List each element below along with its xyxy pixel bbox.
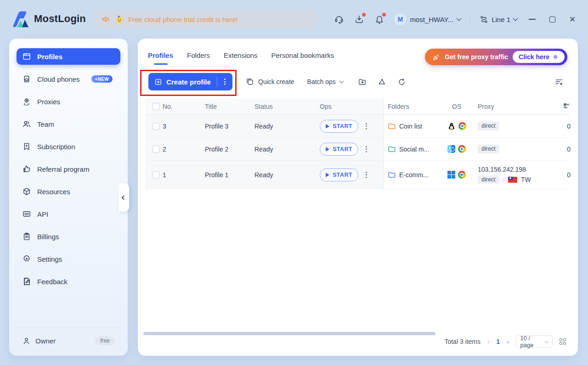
sidebar-item-settings[interactable]: Settings: [17, 251, 120, 267]
quick-create-label: Quick create: [258, 78, 294, 85]
start-profile-button[interactable]: START: [320, 168, 358, 181]
gear-icon: [22, 254, 31, 264]
sidebar-item-label: Profiles: [37, 53, 62, 61]
start-label: START: [333, 123, 352, 129]
plus-square-icon: [154, 78, 162, 86]
thumbs-up-icon: [22, 164, 31, 174]
sidebar-item-label: Proxies: [37, 98, 60, 106]
sidebar-item-label: API: [37, 210, 48, 218]
tab-profiles[interactable]: Profiles: [148, 51, 173, 61]
sidebar-item-label: Resources: [37, 188, 70, 196]
line-selector[interactable]: Line 1: [480, 15, 517, 24]
chevron-down-icon: [339, 79, 344, 83]
grid-view-button[interactable]: [560, 338, 566, 345]
api-code-icon: [22, 209, 31, 219]
promo-click-here-button[interactable]: Click here: [513, 51, 565, 63]
table-header-scroll: Folders OS Proxy: [384, 98, 571, 114]
cell-folder: Coin list: [399, 123, 422, 130]
minimize-button[interactable]: [526, 14, 537, 25]
owner-label: Owner: [35, 337, 56, 345]
row-checkbox[interactable]: [153, 146, 160, 153]
cell-status: Ready: [254, 146, 320, 153]
folder-icon: [388, 122, 396, 130]
column-settings-button[interactable]: [552, 102, 571, 111]
maximize-button[interactable]: [547, 14, 558, 25]
column-header-no: No.: [163, 103, 205, 110]
tab-extensions[interactable]: Extensions: [224, 51, 257, 61]
sidebar-item-label: Team: [37, 120, 54, 128]
announcement-banner[interactable]: Free cloud phone trial credit is here!: [94, 10, 318, 29]
sidebar-item-subscription[interactable]: Subscription: [17, 138, 120, 155]
play-icon: [326, 173, 329, 177]
cell-status: Ready: [254, 123, 320, 130]
new-badge: +NEW: [91, 75, 113, 83]
promo-cta-label: Click here: [519, 53, 549, 61]
header-divider: [470, 15, 470, 24]
proxy-type-tag: direct: [478, 122, 499, 130]
account-name: most_HWAY...: [410, 16, 453, 23]
move-to-folder-button[interactable]: [358, 77, 367, 86]
cell-status: Ready: [254, 171, 320, 179]
sidebar-item-feedback[interactable]: Feedback: [17, 273, 120, 290]
create-profile-label: Create profile: [166, 78, 211, 86]
account-menu[interactable]: M most_HWAY...: [394, 13, 461, 25]
profiles-toolbar: Quick create Batch ops: [246, 73, 407, 90]
recycle-bin-button[interactable]: [378, 77, 387, 86]
sidebar-item-api[interactable]: API: [17, 206, 120, 222]
chrome-icon: [458, 145, 466, 153]
table-row: 3 Profile 3 Ready START: [145, 115, 571, 138]
sidebar-item-billings[interactable]: Billings: [17, 228, 120, 245]
page-number[interactable]: 1: [496, 338, 500, 345]
start-profile-button[interactable]: START: [320, 143, 358, 156]
select-all-checkbox[interactable]: [153, 103, 160, 110]
support-headset-icon[interactable]: [334, 14, 345, 25]
create-profile-button[interactable]: Create profile: [148, 73, 232, 90]
horizontal-scrollbar[interactable]: [143, 332, 435, 335]
tab-folders[interactable]: Folders: [187, 51, 210, 61]
sidebar-item-label: Billings: [37, 233, 59, 241]
table-filter-button[interactable]: [554, 77, 564, 86]
cell-folder: Social m...: [399, 146, 429, 153]
row-more-button[interactable]: [366, 146, 367, 152]
create-profile-main[interactable]: Create profile: [148, 78, 217, 86]
close-button[interactable]: ✕: [567, 14, 578, 25]
cloud-phone-icon: [22, 74, 31, 84]
party-face-emoji: [115, 15, 124, 23]
quick-create-button[interactable]: Quick create: [246, 78, 294, 86]
create-profile-more-button[interactable]: [217, 79, 232, 85]
network-route-icon: [480, 15, 488, 24]
proxy-promo-banner[interactable]: Get free proxy traffic Click here: [425, 49, 567, 65]
prev-page-button[interactable]: ‹: [487, 338, 489, 345]
chevron-down-icon: [544, 339, 548, 343]
page-size-select[interactable]: 10 / page: [516, 335, 553, 348]
sidebar-item-referral-program[interactable]: Referral program: [17, 161, 120, 177]
owner-row[interactable]: Owner free: [17, 333, 120, 348]
cell-title: Profile 2: [205, 146, 254, 153]
row-checkbox[interactable]: [153, 171, 160, 179]
next-page-button[interactable]: ›: [507, 338, 509, 345]
sidebar-collapse-toggle[interactable]: [119, 183, 129, 212]
batch-ops-dropdown[interactable]: Batch ops: [307, 78, 343, 85]
sidebar-item-cloud-phones[interactable]: Cloud phones +NEW: [17, 71, 120, 87]
start-profile-button[interactable]: START: [320, 120, 358, 133]
app-header: MostLogin Free cloud phone trial credit …: [0, 0, 588, 39]
cell-count: 0: [552, 146, 571, 153]
row-more-button[interactable]: [366, 172, 367, 178]
megaphone-icon: [102, 15, 111, 24]
maximize-icon: [549, 17, 555, 22]
download-icon[interactable]: [354, 14, 365, 25]
folder-icon: [388, 145, 396, 153]
line-label: Line 1: [492, 16, 510, 23]
notification-bell-icon[interactable]: [374, 14, 385, 25]
sidebar-item-team[interactable]: Team: [17, 116, 120, 132]
sidebar-item-resources[interactable]: Resources: [17, 183, 120, 200]
refresh-button[interactable]: [397, 77, 407, 86]
sidebar-item-proxies[interactable]: Proxies: [17, 93, 120, 110]
tab-personal-bookmarks[interactable]: Personal bookmarks: [271, 51, 334, 61]
row-more-button[interactable]: [366, 123, 367, 129]
sidebar-item-profiles[interactable]: Profiles: [17, 48, 120, 65]
taiwan-flag-icon: [508, 177, 517, 183]
toolbar-icons: [358, 77, 407, 86]
row-checkbox[interactable]: [153, 123, 160, 130]
chrome-icon: [458, 171, 466, 179]
